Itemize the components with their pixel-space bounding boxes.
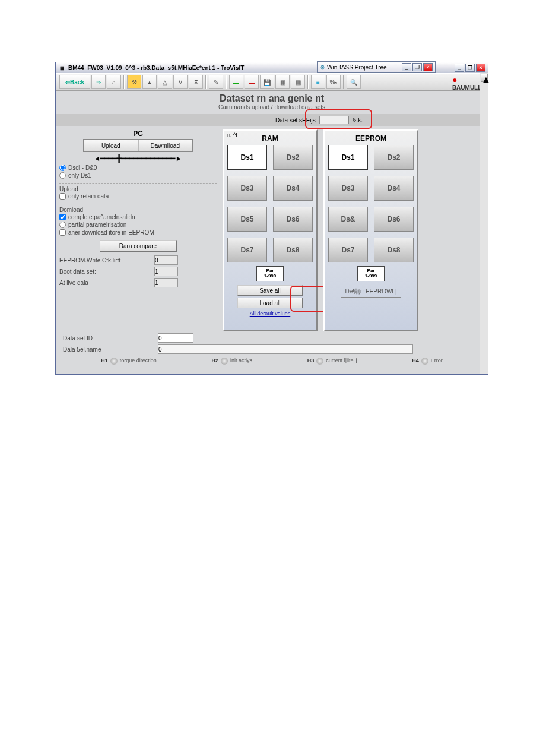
tool-red-icon[interactable]: ✎ [209,75,223,89]
hourglass-icon[interactable]: ⧗ [189,75,203,89]
boot-dataset-input[interactable] [154,267,178,276]
dataset-status-input[interactable] [319,116,349,124]
upload-button[interactable]: Upload [84,140,138,151]
radio-all-ds-label: Dsdl - D&0 [68,165,97,171]
boot-dataset-label: Boot data set: [59,268,154,275]
h1-indicator [110,358,118,365]
load-all-button[interactable]: Load all [237,298,303,308]
check-retain-data-label: only retain data [68,193,109,200]
tree-icon: ⚙ [320,64,325,71]
download-button[interactable]: Dawmiload [138,140,193,151]
window-controls: _ ❐ × [453,64,485,72]
eeprom-ds5-button[interactable]: Ds& [328,207,368,232]
tree-minimize-button[interactable]: _ [402,63,411,71]
disk-icon[interactable]: 💾 [260,75,274,89]
save-all-button[interactable]: Save all [237,285,303,296]
h2-label: H2 [212,358,219,363]
check-complete-param[interactable] [59,214,66,220]
back-button[interactable]: ⇐ Back [59,75,90,89]
h2-indicator [221,358,228,365]
eeprom-ds1-button[interactable]: Ds1 [328,145,368,170]
eeprom-ds7-button[interactable]: Ds7 [328,238,368,262]
chip-icon[interactable]: ▦ [275,75,290,89]
tree-maximize-button[interactable]: ❐ [412,63,422,71]
forward-button[interactable]: ⇒ [91,75,106,89]
active-data-label: At live dala [59,280,154,286]
ram-ds3-button[interactable]: Ds3 [227,176,267,201]
home-button[interactable]: ⌂ [107,75,121,89]
ram-ds6-button[interactable]: Ds6 [273,207,313,232]
dataset-status-bar: Data set sEEijs &.k. [56,114,488,126]
pc-label: PC [59,129,217,138]
h3-label: H3 [307,358,315,363]
tool-icon[interactable]: ⚒ [127,75,141,89]
dataset-id-input[interactable] [158,333,193,343]
active-data-input[interactable] [154,278,178,287]
eeprom-ds2-button[interactable]: Ds2 [374,145,414,170]
radio-all-ds[interactable] [59,165,66,171]
maximize-button[interactable]: ❐ [465,64,475,72]
ram-ds8-button[interactable]: Ds8 [273,238,313,262]
toolbar: ⇐ Back ⇒ ⌂ ⚒ ▲ △ V ⧗ ✎ ▬ ▬ 💾 ▦ ▦ ≡ %₁ 🔍 … [56,73,488,91]
dataset-name-label: Dala 5el.name [63,346,158,353]
check-partial-param[interactable] [59,222,66,228]
radio-only-ds1[interactable] [59,172,66,179]
check-retain-data[interactable] [59,193,66,200]
eeprom-header: EEPROM [328,134,414,143]
h4-label: H4 [412,358,419,363]
red-bars-icon[interactable]: ▬ [245,75,259,89]
ram-ds1-button[interactable]: Ds1 [227,145,267,170]
eeprom-panel: EEPROM Ds1 Ds2 Ds3 Ds4 Ds& Ds6 Ds7 Ds8 P… [323,129,418,331]
h4-indicator [421,358,428,365]
eeprom-ds6-button[interactable]: Ds6 [374,207,414,232]
eeprom-par-box[interactable]: Par1-999 [357,266,385,281]
dataset-status-value: &.k. [353,117,363,124]
close-button[interactable]: × [476,64,485,72]
scroll-up-button[interactable]: ▲ [481,74,488,82]
upload-section-header: Upload [59,183,217,192]
app-icon: ▦ [58,64,66,72]
lines-icon[interactable]: ≡ [311,75,325,89]
ram-ds7-button[interactable]: Ds7 [227,238,267,262]
dataset-status-label: Data set sEEijs [275,117,316,124]
all-default-values-link[interactable]: All derault values [227,311,313,317]
project-tree-title: WinBASS Project Tree [327,64,387,71]
eeprom-ds4-button[interactable]: Ds4 [374,176,414,201]
arrow-down-icon[interactable]: V [173,75,188,89]
page-subtitle: Caimmands upload / download daja sets [56,104,488,110]
dataset-id-label: Data set ID [63,335,158,341]
window-title: BM44_FW03_V1.09_0^3 - rb3.Data_s5t.MHiaE… [68,65,244,71]
ram-ds2-button[interactable]: Ds2 [273,145,313,170]
h1-text: torque direction [120,358,157,363]
radio-only-ds1-label: only Ds1 [68,172,91,179]
minimize-button[interactable]: _ [455,64,464,72]
h3-indicator [316,358,323,365]
check-store-eeprom[interactable] [59,229,66,236]
page-title: Dataset rn ana genie nt [56,93,488,104]
scrollbar[interactable]: ▲ [480,73,488,374]
delete-eeprom-link[interactable]: De!削r: EEPROWI | [341,287,401,298]
project-tree-window[interactable]: ⚙ WinBASS Project Tree _ ❐ × [317,61,436,73]
eeprom-ds8-button[interactable]: Ds8 [374,238,414,262]
ram-par-box[interactable]: Par1-999 [256,266,284,281]
green-bars-icon[interactable]: ▬ [229,75,243,89]
h4-text: Error [431,358,443,363]
tree-close-button[interactable]: × [423,63,433,71]
eeprom-write-input[interactable] [154,255,178,265]
ram-corner-label: n: ^I [227,132,237,138]
check-complete-param-label: complete.pa^amelnsalidn [68,214,135,220]
eeprom-write-label: EEPROM.Write.Ctk.lirtt [59,257,154,264]
triangle-icon[interactable]: △ [158,75,172,89]
chip2-icon[interactable]: ▦ [291,75,305,89]
download-section-header: Domload [59,204,217,213]
ram-ds5-button[interactable]: Ds5 [227,207,267,232]
ram-ds4-button[interactable]: Ds4 [273,176,313,201]
check-store-eeprom-label: aner download itore in EEPROM [68,229,154,236]
arrow-up-icon[interactable]: ▲ [142,75,157,89]
eeprom-ds3-button[interactable]: Ds3 [328,176,368,201]
data-compare-button[interactable]: Dara compare [100,240,177,252]
transfer-arrows: ◄━━━━╋━━━━━━━━━━━━━► [59,153,217,164]
search-icon[interactable]: 🔍 [347,75,361,89]
percent-icon[interactable]: %₁ [326,75,341,89]
dataset-name-input[interactable] [158,344,413,354]
